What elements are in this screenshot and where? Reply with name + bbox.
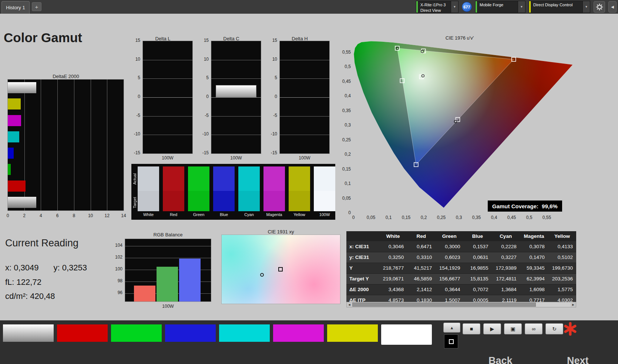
axis-tick: 0,2: [345, 152, 351, 157]
add-history-button[interactable]: +: [32, 2, 41, 11]
actual-swatch: [163, 166, 184, 191]
bar-red: [134, 286, 155, 301]
target-swatch: [314, 191, 335, 211]
patch-swatch-cyan[interactable]: [219, 324, 270, 342]
scrollbar-thumb[interactable]: [352, 303, 536, 307]
scroll-left-icon[interactable]: ◀: [347, 302, 352, 307]
cie1931-chart-title: CIE 1931 xy: [268, 229, 294, 235]
patch-swatch-yellow[interactable]: [327, 324, 378, 342]
axis-tick: 98: [108, 278, 122, 283]
chevron-down-icon[interactable]: ▼: [451, 1, 458, 13]
meter-count-badge[interactable]: 677: [462, 2, 472, 12]
display-control-dropdown[interactable]: Direct Display Control ▼: [529, 1, 590, 13]
eject-button[interactable]: ▲: [443, 323, 460, 333]
play-button[interactable]: ▶: [483, 323, 501, 334]
table-row: ΔE 20003,43682,14120,36440,70721,36841,6…: [346, 284, 576, 295]
axis-tick: 0,35: [342, 108, 351, 113]
bar-magenta: [8, 115, 21, 126]
actual-swatch: [314, 166, 335, 191]
patch-window-button[interactable]: [444, 334, 458, 348]
swatch-columns: WhiteRedGreenBlueCyanMagentaYellow100W: [138, 166, 335, 217]
cell-value: 0,1470: [520, 252, 548, 263]
bar-white: [8, 82, 36, 93]
table-row: Y218,767741,5217154,192916,9855172,93895…: [346, 263, 576, 273]
cell-value: 0,3000: [435, 241, 463, 252]
stop-button[interactable]: ■: [463, 323, 480, 334]
delta-h-chart: [279, 41, 330, 154]
swatch-column-100w: 100W: [314, 166, 335, 217]
chevron-down-icon[interactable]: ▼: [518, 1, 525, 13]
cell-value: 0,5102: [548, 252, 576, 263]
axis-tick: 0,15: [402, 215, 411, 220]
actual-swatch: [263, 166, 285, 191]
patch-swatch-green[interactable]: [111, 324, 162, 342]
alert-asterisk[interactable]: [562, 321, 578, 338]
axis-tick: 14: [121, 213, 126, 218]
refresh-button[interactable]: ↻: [545, 323, 563, 334]
axis-tick: 96: [108, 290, 122, 295]
patch-swatch-blue[interactable]: [165, 324, 216, 342]
meter-dropdown[interactable]: X-Rite i1Pro 3 Direct View ▼: [416, 1, 459, 13]
cell-value: 0,7717: [520, 295, 548, 302]
axis-tick: 0,25: [342, 137, 351, 142]
scroll-right-icon[interactable]: ▶: [571, 302, 576, 307]
tab-history[interactable]: History 1: [1, 1, 30, 14]
actual-swatch: [289, 166, 310, 191]
swatch-label: Yellow: [289, 212, 310, 217]
table-row: y: CIE310,32500,33100,60230,06310,32270,…: [346, 252, 576, 263]
cell-value: 199,6730: [548, 263, 576, 273]
cell-value: 0,7072: [463, 284, 491, 295]
patch-swatch-gray[interactable]: [3, 324, 54, 342]
next-button[interactable]: Next: [567, 355, 589, 364]
patch-swatch-white[interactable]: [381, 324, 432, 345]
gridline: [57, 80, 58, 210]
axis-tick: 0,45: [342, 79, 351, 84]
meter-label: X-Rite i1Pro 3 Direct View: [418, 1, 451, 13]
page-title: Color Gamut: [4, 30, 82, 45]
column-header: Green: [435, 231, 463, 241]
axis-tick: 0,1: [386, 215, 392, 220]
axis-tick: 104: [108, 243, 122, 248]
chevron-down-icon[interactable]: ▼: [582, 1, 590, 13]
target-row-label: Target: [132, 191, 137, 214]
axis-tick: -10: [263, 131, 277, 136]
settings-button[interactable]: [594, 1, 605, 13]
table-scrollbar[interactable]: ◀ ▶: [346, 302, 576, 307]
axis-tick: 6: [56, 213, 59, 218]
cell-value: 0,3046: [379, 241, 407, 252]
target-swatch: [289, 191, 310, 211]
loop-button[interactable]: ∞: [525, 323, 543, 334]
table-header-row: WhiteRedGreenBlueCyanMagentaYellow: [346, 231, 576, 241]
asterisk-icon: [562, 321, 578, 337]
cell-value: 0,4133: [548, 241, 576, 252]
axis-tick: 10: [88, 213, 93, 218]
source-dropdown[interactable]: Mobile Forge ▼: [475, 1, 525, 13]
axis-tick: 0: [348, 210, 351, 215]
axis-tick: 0: [126, 94, 140, 99]
axis-tick: 5: [195, 75, 209, 80]
source-label: Mobile Forge: [477, 1, 518, 13]
gridline: [280, 97, 329, 98]
patch-swatch-magenta[interactable]: [273, 324, 324, 342]
target-swatch: [213, 191, 235, 211]
column-header: Yellow: [548, 231, 576, 241]
delta-l-xlabel: 100W: [162, 155, 173, 161]
axis-tick: 0,35: [472, 215, 481, 220]
collapse-panel-button[interactable]: ◀: [608, 1, 617, 13]
axis-tick: -15: [263, 150, 277, 155]
patch-swatch-red[interactable]: [57, 324, 108, 342]
cie1976-diagram: 0,550,50,450,40,350,30,250,20,150,10,050…: [340, 30, 579, 224]
axis-tick: 0,05: [367, 215, 376, 220]
cie1976-panel: 0,550,50,450,40,350,30,250,20,150,10,050…: [340, 30, 579, 224]
bar-blue: [179, 259, 201, 301]
bar-yellow: [8, 98, 21, 109]
cell-value: 0,3227: [492, 252, 520, 263]
table-row: Target Y219,067146,5859156,667715,813517…: [346, 273, 576, 284]
scrollbar-track[interactable]: [352, 302, 571, 307]
reading-x: x: 0,3049: [5, 263, 39, 273]
axis-tick: 100: [108, 266, 122, 272]
save-button[interactable]: ▣: [504, 323, 522, 334]
axis-tick: 0: [7, 213, 9, 218]
axis-tick: 0,3: [345, 122, 351, 128]
back-button[interactable]: Back: [488, 355, 513, 364]
